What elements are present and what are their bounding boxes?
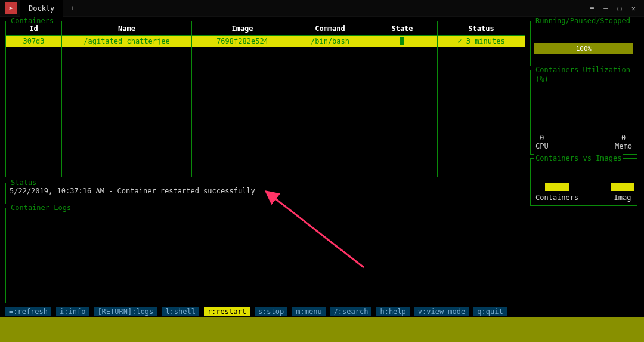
memory-value: 0 xyxy=(615,134,632,142)
new-tab-button[interactable]: + xyxy=(63,4,82,13)
menu-stop[interactable]: s:stop xyxy=(255,307,287,316)
footer-bar xyxy=(0,317,644,342)
menu-quit[interactable]: q:quit xyxy=(473,307,506,316)
running-title: Running/Paused/Stopped xyxy=(534,17,631,25)
menu-help[interactable]: h:help xyxy=(376,307,409,316)
menu-menu[interactable]: m:menu xyxy=(292,307,325,316)
status-message: 5/22/2019, 10:37:16 AM - Container resta… xyxy=(6,183,525,199)
containers-panel: Containers Id Name Image Command State S… xyxy=(5,21,525,177)
tab-dockly[interactable]: Dockly xyxy=(20,0,63,17)
menu-restart[interactable]: r:restart xyxy=(204,307,250,316)
memory-label: Memo xyxy=(615,142,632,150)
containers-count-box: 1 xyxy=(545,183,569,191)
images-count-label: Imag xyxy=(611,193,634,202)
logs-title: Container Logs xyxy=(10,204,72,212)
cpu-label: CPU xyxy=(535,142,549,150)
logs-panel: Container Logs xyxy=(5,208,637,303)
terminal-icon: ≥ xyxy=(5,2,17,14)
table-row[interactable]: 307d3 /agitated_chatterjee 7698f282e524 … xyxy=(6,36,525,47)
running-panel: Running/Paused/Stopped 100% xyxy=(530,21,637,66)
cell-name: /agitated_chatterjee xyxy=(62,36,192,47)
minimize-button[interactable]: — xyxy=(603,4,608,13)
containers-count-label: Containers xyxy=(535,193,578,202)
cpu-stat: 0 CPU xyxy=(535,134,549,150)
menu-refresh[interactable]: =:refresh xyxy=(5,307,51,316)
header-image: Image xyxy=(192,21,293,35)
utilization-panel: Containers Utilization (%) 0 CPU 0 Memo xyxy=(530,70,637,155)
utilization-title: Containers Utilization xyxy=(534,66,631,74)
utilization-subtitle: (%) xyxy=(535,75,549,84)
images-count: 3 Imag xyxy=(611,183,634,202)
maximize-button[interactable]: ▢ xyxy=(618,4,622,13)
menu-logs[interactable]: [RETURN]:logs xyxy=(94,307,157,316)
menu-icon[interactable]: ≡ xyxy=(590,4,594,13)
containers-title: Containers xyxy=(10,17,55,25)
table-body xyxy=(6,36,525,177)
table-header: Id Name Image Command State Status xyxy=(6,21,525,36)
cpu-value: 0 xyxy=(535,134,549,142)
menu-bar: =:refresh i:info [RETURN]:logs l:shell r… xyxy=(0,306,644,317)
window-controls: ≡ — ▢ ✕ xyxy=(590,4,644,13)
header-state: State xyxy=(367,21,438,35)
titlebar: ≥ Dockly + ≡ — ▢ ✕ xyxy=(0,0,644,17)
running-progress: 100% xyxy=(534,43,633,54)
header-name: Name xyxy=(62,21,192,35)
cell-id: 307d3 xyxy=(6,36,62,47)
menu-view-mode[interactable]: v:view mode xyxy=(414,307,469,316)
menu-shell[interactable]: l:shell xyxy=(162,307,199,316)
menu-search[interactable]: /:search xyxy=(330,307,372,316)
vs-title: Containers vs Images xyxy=(534,154,623,162)
cell-state xyxy=(367,36,438,47)
state-indicator-icon xyxy=(400,37,404,45)
containers-count: 1 Containers xyxy=(535,183,578,202)
cell-command: /bin/bash xyxy=(293,36,367,47)
status-title: Status xyxy=(10,178,38,187)
status-panel: Status 5/22/2019, 10:37:16 AM - Containe… xyxy=(5,183,525,204)
cell-status: ✓ 3 minutes xyxy=(438,36,525,47)
cell-image: 7698f282e524 xyxy=(192,36,293,47)
memory-stat: 0 Memo xyxy=(615,134,632,150)
vs-panel: Containers vs Images 1 Containers 3 Imag xyxy=(530,158,637,206)
header-command: Command xyxy=(293,21,367,35)
menu-info[interactable]: i:info xyxy=(56,307,89,316)
images-count-box: 3 xyxy=(611,183,634,191)
header-status: Status xyxy=(438,21,525,35)
close-button[interactable]: ✕ xyxy=(631,4,636,13)
